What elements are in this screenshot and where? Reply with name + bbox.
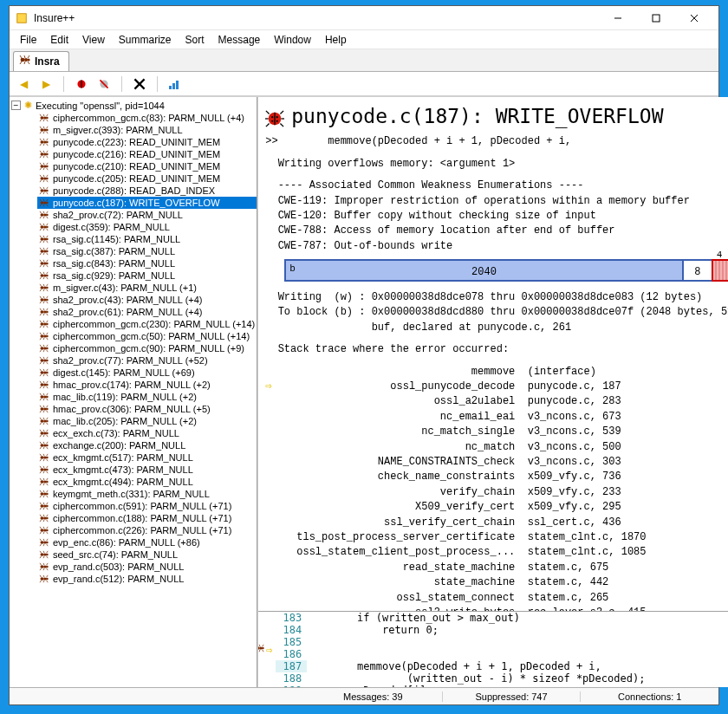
tree-item[interactable]: sha2_prov.c(43): PARM_NULL (+4) [37, 294, 257, 306]
title-bar[interactable]: Insure++ [10, 6, 718, 30]
menu-file[interactable]: File [13, 32, 43, 48]
menu-message[interactable]: Message [211, 32, 268, 48]
bug-grey-icon[interactable] [95, 75, 113, 93]
tree-item[interactable]: ecx_kmgmt.c(517): PARM_NULL [37, 451, 257, 464]
tree-item[interactable]: seed_src.c(74): PARM_NULL [37, 548, 257, 561]
tree-item[interactable]: punycode.c(288): READ_BAD_INDEX [37, 185, 257, 197]
tree-item[interactable]: keymgmt_meth.c(331): PARM_NULL [37, 488, 257, 500]
tree-item[interactable]: hmac_prov.c(306): PARM_NULL (+5) [37, 403, 257, 415]
tree-item[interactable]: m_sigver.c(393): PARM_NULL [37, 124, 257, 136]
tree-item-label: rsa_sig.c(1145): PARM_NULL [53, 234, 180, 244]
ant-icon [39, 417, 49, 425]
tree-item-label: evp_rand.c(512): PARM_NULL [53, 574, 184, 584]
stack-frame[interactable]: nc_match_single v3_ncons.c, 539 [265, 425, 728, 439]
menu-summarize[interactable]: Summarize [112, 32, 179, 48]
tree-item[interactable]: evp_enc.c(86): PARM_NULL (+86) [37, 536, 257, 548]
stack-frame[interactable]: check_name_constraints x509_vfy.c, 736 [265, 470, 728, 484]
tree-item[interactable]: ciphercommon.c(188): PARM_NULL (+71) [37, 512, 257, 524]
stack-frame[interactable]: memmove (interface) [265, 365, 728, 380]
x-red-icon[interactable] [131, 75, 148, 93]
tree-item[interactable]: rsa_sig.c(1145): PARM_NULL [37, 233, 257, 245]
menu-help[interactable]: Help [318, 32, 354, 48]
tree-item[interactable]: evp_rand.c(512): PARM_NULL [37, 573, 257, 585]
stack-frame[interactable]: nc_match v3_ncons.c, 500 [265, 440, 728, 455]
tree-item[interactable]: hmac_prov.c(174): PARM_NULL (+2) [37, 379, 257, 391]
tree-item[interactable]: ecx_kmgmt.c(494): PARM_NULL [37, 476, 257, 488]
detail-heading: punycode.c(187): WRITE_OVERFLOW [291, 102, 663, 131]
nav-forward-icon[interactable]: ▶ [37, 75, 55, 93]
app-window: Insure++ FileEditViewSummarizeSortMessag… [9, 5, 719, 705]
nav-back-icon[interactable]: ◀ [15, 75, 32, 93]
tree-item[interactable]: sha2_prov.c(77): PARM_NULL (+52) [37, 354, 257, 367]
tree-item-label: ecx_exch.c(73): PARM_NULL [53, 428, 179, 438]
tree-item[interactable]: ciphercommon.c(591): PARM_NULL (+71) [37, 500, 257, 512]
tree-item[interactable]: exchange.c(200): PARM_NULL [37, 439, 257, 451]
menu-view[interactable]: View [75, 32, 112, 48]
tree-item[interactable]: ciphercommon_gcm.c(90): PARM_NULL (+9) [37, 342, 257, 354]
tree-item[interactable]: sha2_prov.c(61): PARM_NULL (+4) [37, 306, 257, 318]
stack-frame[interactable]: state_machine statem.c, 442 [265, 575, 728, 590]
tree-item-label: ciphercommon_gcm.c(90): PARM_NULL (+9) [53, 343, 244, 354]
stack-frame[interactable]: ⇨ ossl_punycode_decode punycode.c, 187 [265, 380, 728, 394]
stack-frame[interactable]: ossl_statem_connect statem.c, 265 [265, 591, 728, 606]
code-line[interactable]: 183 if (written_out > max_out) [276, 612, 728, 624]
graph-icon[interactable] [166, 75, 184, 93]
code-line[interactable]: 186 [276, 648, 728, 660]
menu-edit[interactable]: Edit [43, 32, 75, 48]
tree-item[interactable]: sha2_prov.c(72): PARM_NULL [37, 209, 257, 221]
stack-frame[interactable]: NAME_CONSTRAINTS_check v3_ncons.c, 303 [265, 455, 728, 470]
tree-item[interactable]: mac_lib.c(205): PARM_NULL (+2) [37, 415, 257, 427]
tree-item[interactable]: ecx_exch.c(73): PARM_NULL [37, 427, 257, 439]
tree-item-label: ciphercommon.c(226): PARM_NULL (+71) [53, 525, 231, 536]
tree-item[interactable]: ciphercommon_gcm.c(50): PARM_NULL (+14) [37, 330, 257, 342]
error-tree[interactable]: − ✺ Executing "openssl", pid=1044 cipher… [10, 97, 257, 687]
stack-frame[interactable]: tls_post_process_server_certificate stat… [265, 530, 728, 545]
tree-item[interactable]: evp_rand.c(503): PARM_NULL [37, 561, 257, 573]
bug-red-icon[interactable] [73, 75, 90, 93]
code-line[interactable]: 187 memmove(pDecoded + i + 1, pDecoded +… [276, 660, 728, 672]
code-line[interactable]: 185 [276, 636, 728, 648]
tree-item-label: digest.c(359): PARM_NULL [53, 222, 170, 232]
close-button[interactable] [675, 6, 713, 30]
ant-icon [39, 308, 49, 316]
collapse-icon[interactable]: − [11, 101, 21, 110]
tree-root[interactable]: − ✺ Executing "openssl", pid=1044 [11, 99, 257, 112]
tree-item[interactable]: mac_lib.c(119): PARM_NULL (+2) [37, 391, 257, 403]
stack-frame[interactable]: ossl_statem_client_post_process_... stat… [265, 545, 728, 560]
tree-item[interactable]: ecx_kmgmt.c(473): PARM_NULL [37, 464, 257, 476]
maximize-button[interactable] [637, 6, 675, 30]
tree-item[interactable]: m_sigver.c(43): PARM_NULL (+1) [37, 282, 257, 294]
stack-frame[interactable]: ossl_a2ulabel punycode.c, 283 [265, 394, 728, 409]
tree-item[interactable]: ciphercommon_gcm.c(230): PARM_NULL (+14) [37, 318, 257, 330]
tree-item[interactable]: ciphercommon.c(226): PARM_NULL (+71) [37, 524, 257, 536]
tree-item[interactable]: rsa_sig.c(387): PARM_NULL [37, 245, 257, 257]
buffer-overflow: 4 [712, 259, 728, 282]
status-messages: Messages: 39 [304, 691, 443, 702]
tree-item[interactable]: rsa_sig.c(929): PARM_NULL [37, 269, 257, 282]
source-view[interactable]: ⇨ 183 if (written_out > max_out)184 retu… [258, 611, 728, 687]
menu-sort[interactable]: Sort [179, 32, 211, 48]
stack-frame[interactable]: read_state_machine statem.c, 675 [265, 561, 728, 575]
stack-frame[interactable]: verify_chain x509_vfy.c, 233 [265, 485, 728, 500]
stack-frame[interactable]: ssl_verify_cert_chain ssl_cert.c, 436 [265, 516, 728, 530]
code-text: if (written_out > max_out) [307, 612, 520, 624]
status-suppressed: Suppressed: 747 [443, 691, 582, 702]
tree-item[interactable]: punycode.c(223): READ_UNINIT_MEM [37, 136, 257, 148]
tree-item[interactable]: punycode.c(205): READ_UNINIT_MEM [37, 172, 257, 185]
stack-frame[interactable]: nc_email_eai v3_ncons.c, 673 [265, 410, 728, 425]
tree-item[interactable]: rsa_sig.c(843): PARM_NULL [37, 257, 257, 269]
tree-item-label: sha2_prov.c(43): PARM_NULL (+4) [53, 295, 203, 305]
tab-insra[interactable]: Insra [13, 51, 69, 71]
tree-item[interactable]: punycode.c(210): READ_UNINIT_MEM [37, 160, 257, 172]
tree-item[interactable]: ciphercommon_gcm.c(83): PARM_NULL (+4) [37, 112, 257, 124]
tree-item[interactable]: digest.c(359): PARM_NULL [37, 221, 257, 233]
tree-item[interactable]: digest.c(145): PARM_NULL (+69) [37, 367, 257, 379]
code-line[interactable]: 188 (written_out - i) * sizeof *pDecoded… [276, 672, 728, 685]
minimize-button[interactable] [599, 6, 637, 30]
tree-item[interactable]: punycode.c(216): READ_UNINIT_MEM [37, 148, 257, 160]
tree-item[interactable]: punycode.c(187): WRITE_OVERFLOW [37, 197, 257, 209]
menu-window[interactable]: Window [267, 32, 318, 48]
code-line[interactable]: 184 return 0; [276, 624, 728, 636]
stack-frame[interactable]: X509_verify_cert x509_vfy.c, 295 [265, 500, 728, 515]
detail-view[interactable]: punycode.c(187): WRITE_OVERFLOW >> memmo… [258, 97, 728, 611]
